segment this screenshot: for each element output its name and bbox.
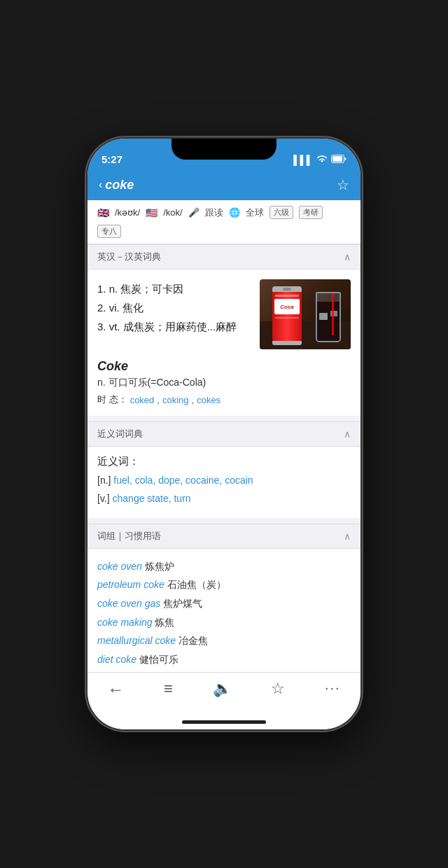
syn-verb-label: [v.]	[97, 493, 113, 504]
tab-star-button[interactable]: ☆	[271, 680, 285, 698]
phrase-item-1: coke oven 炼焦炉	[97, 557, 351, 576]
nav-back-label: coke	[105, 178, 134, 192]
star-icon: ☆	[271, 680, 285, 698]
sound-icon: 🔈	[213, 680, 232, 698]
syn-section-title: 近义词：	[97, 455, 351, 468]
def-item-2: 2. vi. 焦化	[97, 298, 253, 317]
wifi-icon	[316, 155, 328, 165]
level-tag-2[interactable]: 考研	[299, 206, 323, 219]
level-tag-1[interactable]: 六级	[270, 206, 293, 219]
morph-link-coked[interactable]: coked	[130, 395, 155, 405]
coke-image: Coca	[260, 279, 351, 349]
collapse-icon-phrases[interactable]: ∧	[344, 531, 351, 542]
morphology-label: 时 态：	[97, 393, 127, 406]
def-item-1: 1. n. 焦炭；可卡因	[97, 279, 253, 298]
collapse-icon-en-cn[interactable]: ∧	[344, 251, 351, 262]
level-tag-3[interactable]: 专八	[97, 225, 121, 238]
section-title-en-cn: 英汉－汉英词典	[97, 251, 161, 263]
more-icon: ···	[325, 680, 341, 696]
scroll-content[interactable]: 英汉－汉英词典 ∧ 1. n. 焦炭；可卡因 2. vi. 焦化 3. vt. …	[88, 244, 360, 710]
morph-link-cokes[interactable]: cokes	[197, 395, 220, 405]
section-header-phrases[interactable]: 词组｜习惯用语 ∧	[88, 524, 360, 549]
phrase-item-6: diet coke 健怡可乐	[97, 650, 351, 669]
tab-more-button[interactable]: ···	[325, 680, 341, 696]
collapse-icon-synonym[interactable]: ∧	[344, 428, 351, 440]
definition-list: 1. n. 焦炭；可卡因 2. vi. 焦化 3. vt. 成焦炭；用麻药使..…	[97, 279, 253, 349]
back-button[interactable]: ‹ coke	[99, 178, 134, 192]
chevron-left-icon: ‹	[99, 178, 102, 191]
section-header-synonym[interactable]: 近义词词典 ∧	[88, 421, 360, 447]
synonym-section: 近义词： [n.] fuel, cola, dope, cocaine, coc…	[88, 447, 360, 518]
global-label: 全球	[246, 206, 264, 219]
uk-phonetic: /kəʊk/	[115, 207, 140, 218]
tab-back-button[interactable]: ←	[107, 680, 124, 699]
svg-rect-1	[332, 156, 342, 162]
phrase-item-3: coke oven gas 焦炉煤气	[97, 594, 351, 613]
follow-read-label[interactable]: 跟读	[205, 206, 223, 219]
list-icon: ≡	[164, 680, 173, 698]
section-title-phrases: 词组｜习惯用语	[97, 530, 161, 542]
proper-title: Coke	[97, 359, 351, 374]
morphology-row: 时 态： coked, coking, cokes	[97, 393, 351, 406]
proper-def: n. 可口可乐(=Coca-Cola)	[97, 377, 351, 389]
tab-bar: ← ≡ 🔈 ☆ ···	[88, 672, 360, 729]
mic-icon[interactable]: 🎤	[188, 207, 200, 218]
phrase-item-2: petroleum coke 石油焦（炭）	[97, 575, 351, 594]
pronunciation-bar: 🇬🇧 /kəʊk/ 🇺🇸 /kok/ 🎤 跟读 🌐 全球 六级 考研 专八	[88, 200, 360, 244]
signal-icon: ▌▌▌	[293, 155, 313, 165]
us-flag-icon: 🇺🇸	[146, 207, 158, 218]
phrase-item-5: metallurgical coke 冶金焦	[97, 631, 351, 650]
back-arrow-icon: ←	[107, 680, 124, 699]
section-header-en-cn[interactable]: 英汉－汉英词典 ∧	[88, 244, 360, 270]
definition-section: 1. n. 焦炭；可卡因 2. vi. 焦化 3. vt. 成焦炭；用麻药使..…	[88, 270, 360, 416]
status-icons: ▌▌▌	[293, 155, 346, 165]
home-indicator	[182, 720, 266, 724]
nav-bar: ‹ coke ☆	[88, 169, 360, 200]
phrase-item-4: coke making 炼焦	[97, 613, 351, 632]
syn-noun-label: [n.]	[97, 475, 113, 486]
syn-verb-row: [v.] change state, turn	[97, 491, 351, 506]
syn-noun-links[interactable]: fuel, cola, dope, cocaine, cocain	[113, 475, 253, 486]
morph-link-coking[interactable]: coking	[162, 395, 189, 405]
tab-list-button[interactable]: ≡	[164, 680, 173, 698]
battery-icon	[331, 155, 346, 165]
section-title-synonym: 近义词词典	[97, 428, 143, 440]
globe-icon: 🌐	[229, 207, 240, 218]
syn-verb-links[interactable]: change state, turn	[113, 493, 191, 504]
def-item-3: 3. vt. 成焦炭；用麻药使...麻醉	[97, 317, 253, 336]
syn-noun-row: [n.] fuel, cola, dope, cocaine, cocain	[97, 472, 351, 488]
proper-noun-section: Coke n. 可口可乐(=Coca-Cola) 时 态： coked, cok…	[97, 359, 351, 406]
uk-flag-icon: 🇬🇧	[97, 207, 109, 218]
favorite-button[interactable]: ☆	[337, 176, 349, 193]
status-time: 5:27	[102, 153, 122, 165]
us-phonetic: /kok/	[163, 207, 182, 218]
tab-sound-button[interactable]: 🔈	[213, 680, 232, 698]
